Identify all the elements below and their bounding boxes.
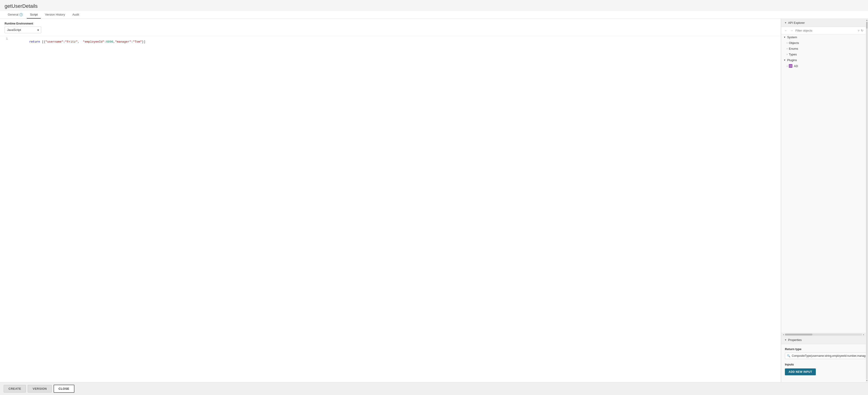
inputs-label: Inputs (785, 363, 862, 366)
return-type-input-wrapper[interactable]: 🔍 CompositeType(username:string,employee… (785, 353, 866, 359)
tree-chevron-plugins: ▼ (783, 59, 786, 61)
return-type-field: 🔍 CompositeType(username:string,employee… (785, 353, 862, 359)
properties-body: Return type 🔍 CompositeType(username:str… (781, 344, 866, 378)
version-button[interactable]: VERSION (28, 385, 52, 393)
code-editor[interactable]: 1 return [{"username":"Fritz", "employee… (0, 36, 781, 382)
filter-actions: ▿ ↻ (858, 29, 863, 32)
right-panel-inner: ▼ API Explorer ← → ▿ ↻ (781, 19, 868, 382)
tab-audit-label: Audit (72, 13, 79, 16)
line-number-1: 1 (0, 37, 11, 40)
filter-nav: ← → (783, 28, 794, 33)
scroll-up-arrow[interactable]: ▲ (866, 19, 868, 21)
tree-label-system: System (787, 35, 797, 39)
tree-section-plugins[interactable]: ▼ Plugins (781, 57, 866, 63)
create-button[interactable]: CREATE (4, 385, 26, 393)
tree-label-types: Types (789, 53, 797, 56)
tree-item-enums[interactable]: › Enums (781, 46, 866, 52)
tab-script-label: Script (30, 13, 37, 16)
api-explorer-label: API Explorer (788, 21, 805, 25)
tree-label-ad: AD (794, 64, 798, 68)
left-panel: Runtime Environment JavaScript ▾ 1 retur… (0, 19, 781, 382)
vertical-scrollbar-track (866, 22, 868, 379)
vertical-scrollbar-thumb (866, 22, 868, 29)
tab-audit[interactable]: Audit (69, 11, 83, 19)
code-line-1: 1 return [{"username":"Fritz", "employee… (0, 36, 781, 48)
tab-version-history[interactable]: Version History (42, 11, 68, 19)
tab-general[interactable]: General i (5, 11, 26, 19)
return-type-value: CompositeType(username:string,employeeId… (792, 354, 866, 358)
api-explorer-section: ▼ API Explorer ← → ▿ ↻ (781, 19, 866, 336)
tree-label-enums: Enums (789, 47, 798, 50)
footer: CREATE VERSION CLOSE (0, 382, 868, 395)
runtime-select[interactable]: JavaScript (5, 27, 41, 33)
right-scrollbar[interactable]: ▲ ▼ (866, 19, 868, 382)
api-explorer-header[interactable]: ▼ API Explorer (781, 19, 866, 27)
code-content-1: return [{"username":"Fritz", "employeeId… (11, 37, 145, 47)
tree-label-plugins: Plugins (787, 58, 797, 62)
page-title: getUserDetails (0, 0, 868, 11)
scroll-left-arrow[interactable]: ◂ (782, 334, 785, 335)
scroll-right-arrow[interactable]: ▸ (862, 334, 865, 335)
nav-back-button[interactable]: ← (783, 28, 788, 33)
tabs-bar: General i Script Version History Audit (0, 11, 868, 19)
add-new-input-button[interactable]: ADD NEW INPUT (785, 368, 816, 375)
tree-item-types[interactable]: › Types (781, 52, 866, 57)
runtime-label: Runtime Environment (0, 19, 781, 27)
tab-script[interactable]: Script (27, 11, 41, 19)
tree-chevron-objects: › (787, 42, 787, 44)
tree-section-system[interactable]: ▼ System (781, 34, 866, 40)
tree-chevron-enums: › (787, 48, 787, 50)
filter-bar: ← → ▿ ↻ (781, 27, 866, 34)
tree-chevron-ad: › (787, 65, 787, 67)
properties-header[interactable]: ▼ Properties (781, 336, 866, 344)
search-icon: 🔍 (787, 354, 790, 358)
right-panel-content: ▼ API Explorer ← → ▿ ↻ (781, 19, 866, 382)
scrollbar-thumb (785, 334, 812, 335)
tree-item-objects[interactable]: › Objects (781, 40, 866, 46)
horizontal-scrollbar[interactable]: ◂ ▸ (781, 333, 866, 336)
ad-plugin-icon: AD (789, 64, 793, 68)
tree-label-objects: Objects (789, 41, 799, 44)
scroll-down-arrow[interactable]: ▼ (866, 379, 868, 382)
properties-chevron: ▼ (784, 339, 787, 341)
tree-chevron-types: › (787, 53, 787, 56)
filter-funnel-icon[interactable]: ▿ (858, 29, 860, 32)
tree-scroll-wrapper[interactable]: ▼ System › Objects › Enums › (781, 34, 866, 333)
tab-general-label: General (8, 13, 18, 16)
return-type-label: Return type (785, 347, 862, 351)
tree-chevron-system: ▼ (783, 36, 786, 38)
info-icon: i (20, 13, 23, 16)
runtime-select-wrapper: JavaScript ▾ (0, 27, 781, 36)
properties-label: Properties (788, 338, 802, 342)
runtime-select-container: JavaScript ▾ (5, 27, 41, 33)
main-content: Runtime Environment JavaScript ▾ 1 retur… (0, 19, 868, 382)
properties-section: ▼ Properties Return type 🔍 CompositeType… (781, 336, 866, 382)
close-button[interactable]: CLOSE (54, 385, 74, 393)
filter-input[interactable] (796, 29, 857, 32)
tab-version-history-label: Version History (45, 13, 65, 16)
right-panel: ▼ API Explorer ← → ▿ ↻ (781, 19, 868, 382)
tree-item-ad[interactable]: › AD AD (781, 63, 866, 69)
nav-forward-button[interactable]: → (789, 28, 794, 33)
api-explorer-chevron: ▼ (784, 22, 787, 24)
refresh-icon[interactable]: ↻ (861, 29, 863, 32)
scrollbar-track (785, 334, 862, 335)
